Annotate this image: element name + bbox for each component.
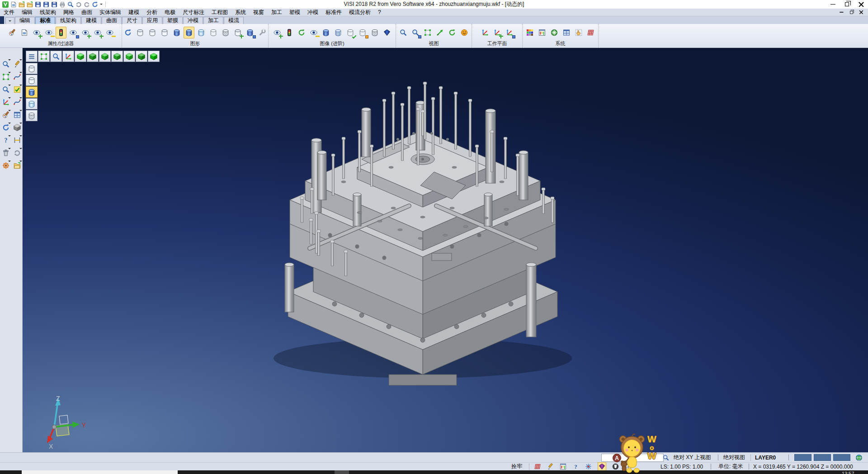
restore-button[interactable]: [840, 0, 854, 9]
workplane-standard-button[interactable]: [480, 27, 491, 38]
zoom-view-button[interactable]: [0, 59, 11, 70]
new-file-icon[interactable]: [10, 1, 17, 8]
view-cube-bottom-button[interactable]: [87, 51, 99, 62]
workplane-view-button[interactable]: [504, 27, 515, 38]
import-file-icon[interactable]: [27, 1, 33, 8]
preview-zoom-icon[interactable]: [67, 1, 74, 8]
menu-modeling[interactable]: 建模: [125, 9, 143, 16]
view-refresh-button[interactable]: [0, 122, 11, 133]
menu-surface[interactable]: 曲面: [78, 9, 96, 16]
toggle-visibility-button[interactable]: [80, 27, 91, 38]
menu-analysis[interactable]: 分析: [143, 9, 161, 16]
flat-cylinder-button[interactable]: [208, 27, 219, 38]
layer-color-swatch-2[interactable]: [814, 453, 831, 462]
shade-new-button[interactable]: [232, 27, 243, 38]
save-sync-icon[interactable]: [51, 1, 57, 8]
view-cube-left-button[interactable]: [123, 51, 135, 62]
zoom-dynamic-button[interactable]: [398, 27, 409, 38]
menu-dimension[interactable]: 尺寸标注: [179, 9, 208, 16]
menu-standard-parts[interactable]: 标准件: [322, 9, 345, 16]
meshed-cylinder-button[interactable]: [369, 27, 380, 38]
refresh-shading-button[interactable]: [296, 27, 307, 38]
edit-pencil-icon[interactable]: [547, 463, 554, 470]
3d-mold-model[interactable]: Z Y X: [23, 48, 868, 452]
quick-help-icon[interactable]: [572, 463, 579, 470]
view-arrow-button[interactable]: [434, 27, 445, 38]
menu-flow-analysis[interactable]: 模流分析: [345, 9, 374, 16]
zoom-fit-button[interactable]: [38, 51, 50, 62]
menu-machining[interactable]: 加工: [268, 9, 286, 16]
verified-cylinder-button[interactable]: [345, 27, 356, 38]
view-triad-button[interactable]: [62, 51, 74, 62]
shaded-blue-button[interactable]: [321, 27, 331, 38]
display-mesh-button[interactable]: [26, 110, 38, 121]
taskbar-active-app[interactable]: [22, 470, 178, 474]
hidden-line-cylinder-button[interactable]: [147, 27, 158, 38]
tab-wireframe[interactable]: 线架构: [56, 17, 81, 24]
show-advanced-button[interactable]: [272, 27, 283, 38]
tab-edit[interactable]: 编辑: [15, 17, 35, 24]
view-cube-top-button[interactable]: [75, 51, 86, 62]
zoom-frame-button[interactable]: [0, 71, 11, 82]
visibility-manager-advanced-button[interactable]: [284, 27, 295, 38]
attribute-copy-button[interactable]: [19, 27, 30, 38]
open-file-icon[interactable]: [19, 1, 25, 8]
view-face-button[interactable]: [459, 27, 470, 38]
capture-grid-icon[interactable]: [534, 463, 541, 470]
tab-dropdown-button[interactable]: [5, 17, 14, 24]
user-circle-icon[interactable]: [612, 463, 619, 470]
show-all-button[interactable]: [92, 27, 103, 38]
view-cube-front-button[interactable]: [99, 51, 111, 62]
regenerate-button[interactable]: [123, 27, 133, 38]
doc-close-button[interactable]: [858, 9, 865, 15]
tab-progress[interactable]: 冲模: [183, 17, 203, 24]
menu-file[interactable]: 文件: [0, 9, 18, 16]
toggle-shading-button[interactable]: [308, 27, 319, 38]
menu-progress[interactable]: 冲模: [304, 9, 322, 16]
solid-cube-button[interactable]: [12, 122, 22, 133]
color-palette-button[interactable]: [524, 27, 535, 38]
layer-columns-icon[interactable]: [560, 463, 566, 470]
globe-icon[interactable]: [855, 453, 863, 462]
menu-help[interactable]: ?: [374, 9, 385, 16]
layer-color-swatch-1[interactable]: [794, 453, 811, 462]
visibility-manager-button[interactable]: [56, 27, 66, 38]
menu-mould[interactable]: 塑模: [286, 9, 304, 16]
wireframe-cylinder-button[interactable]: [135, 27, 146, 38]
print-icon[interactable]: [59, 1, 66, 8]
taskbar-button[interactable]: [335, 470, 349, 474]
pinned-cylinder-button[interactable]: [357, 27, 368, 38]
translucent-cylinder-button[interactable]: [196, 27, 207, 38]
snap-point-icon[interactable]: [585, 463, 592, 470]
menu-mesh[interactable]: 网格: [60, 9, 78, 16]
shaded-cylinder-button[interactable]: [171, 27, 182, 38]
qat-dropdown-icon[interactable]: [100, 4, 103, 6]
tab-application[interactable]: 应用: [142, 17, 162, 24]
tab-modeling[interactable]: 建模: [81, 17, 101, 24]
view-orientation-label[interactable]: 绝对 XY 上视图: [674, 453, 711, 462]
workplane-triad-button[interactable]: [0, 97, 11, 108]
zoom-frame-button[interactable]: [422, 27, 433, 38]
zoom-solid-button[interactable]: [0, 84, 11, 95]
view-cube-iso-button[interactable]: [148, 51, 160, 62]
3d-viewport[interactable]: Z Y X: [23, 48, 868, 452]
file-browser-button[interactable]: [12, 160, 22, 171]
striped-cylinder-button[interactable]: [333, 27, 344, 38]
zoom-assembly-button[interactable]: [50, 51, 62, 62]
tab-surface[interactable]: 曲面: [102, 17, 122, 24]
help-question-button[interactable]: [0, 135, 11, 146]
shade-copy-button[interactable]: [245, 27, 255, 38]
display-hidden-line-button[interactable]: [26, 75, 38, 86]
view-refresh-button[interactable]: [447, 27, 458, 38]
plane-grid-button[interactable]: [12, 109, 22, 120]
close-button[interactable]: [854, 0, 868, 9]
view-menu-button[interactable]: [26, 51, 38, 62]
show-entities-button[interactable]: [31, 27, 42, 38]
view-cube-back-button[interactable]: [111, 51, 123, 62]
redo-icon[interactable]: [84, 1, 90, 8]
hide-all-button[interactable]: [104, 27, 115, 38]
taskbar-sliver[interactable]: 13:57: [0, 470, 868, 474]
doc-restore-button[interactable]: [848, 9, 855, 15]
tab-machining[interactable]: 加工: [203, 17, 223, 24]
zoom-window-button[interactable]: [410, 27, 421, 38]
